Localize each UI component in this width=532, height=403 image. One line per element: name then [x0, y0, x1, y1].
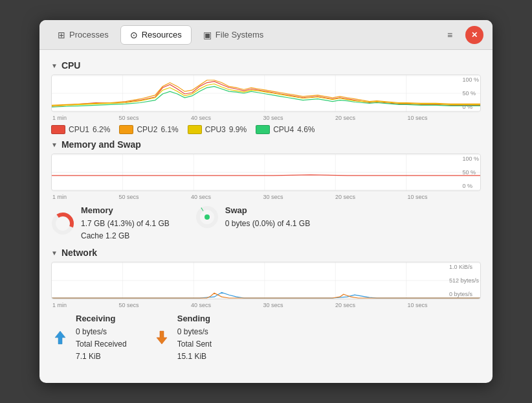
sending-arrow-icon [153, 328, 171, 347]
swap-donut [195, 205, 219, 229]
network-x-labels: 1 min 50 secs 40 secs 30 secs 20 secs 10… [51, 302, 481, 308]
cpu-collapse-arrow[interactable]: ▼ [51, 62, 58, 69]
sending-item: Sending 0 bytes/s Total Sent 15.1 KiB [153, 312, 212, 363]
hamburger-menu-button[interactable]: ≡ [441, 26, 459, 44]
memory-item: Memory 1.7 GB (41.3%) of 4.1 GB Cache 1.… [51, 204, 170, 242]
network-chart: 1.0 KiB/s 512 bytes/s 0 bytes/s [51, 262, 481, 299]
cpu3-color [188, 125, 202, 134]
sending-rate: 0 bytes/s [177, 326, 212, 338]
cpu4-legend: CPU4 4.6% [256, 125, 315, 134]
memory-section: ▼ Memory and Swap 100 % 50 % 0 % [51, 139, 481, 242]
cpu3-legend: CPU3 9.9% [188, 125, 247, 134]
titlebar: ⊞ Processes ⊙ Resources ▣ File Systems ≡… [39, 20, 493, 50]
cpu-chart: 100 % 50 % 0 % [51, 75, 481, 112]
resources-icon: ⊙ [130, 30, 138, 40]
tab-filesystems[interactable]: ▣ File Systems [194, 26, 272, 44]
receiving-label: Receiving [76, 312, 127, 326]
memory-collapse-arrow[interactable]: ▼ [51, 141, 58, 148]
network-section-header: ▼ Network [51, 248, 481, 258]
network-info: Receiving 0 bytes/s Total Received 7.1 K… [51, 312, 481, 363]
network-section: ▼ Network 1.0 KiB/s 512 bytes/s 0 bytes/… [51, 248, 481, 363]
memory-chart-svg [52, 154, 480, 190]
memory-title: Memory and Swap [61, 139, 141, 150]
memory-chart: 100 % 50 % 0 % [51, 154, 481, 191]
network-title: Network [61, 248, 97, 258]
cpu-section-header: ▼ CPU [51, 60, 481, 71]
swap-text: Swap 0 bytes (0.0%) of 4.1 GB [225, 204, 310, 230]
cpu2-color [119, 125, 133, 134]
main-window: ⊞ Processes ⊙ Resources ▣ File Systems ≡… [39, 20, 493, 383]
processes-icon: ⊞ [58, 30, 65, 40]
cpu1-color [51, 125, 65, 134]
sending-text: Sending 0 bytes/s Total Sent 15.1 KiB [177, 312, 212, 363]
memory-cache: Cache 1.2 GB [81, 230, 170, 242]
tab-resources[interactable]: ⊙ Resources [120, 25, 192, 45]
cpu-x-labels: 1 min 50 secs 40 secs 30 secs 20 secs 10… [51, 115, 481, 121]
memory-info: Memory 1.7 GB (41.3%) of 4.1 GB Cache 1.… [51, 204, 481, 242]
svg-point-20 [205, 214, 210, 220]
swap-label: Swap [225, 204, 310, 218]
memory-y-labels: 100 % 50 % 0 % [462, 154, 479, 190]
memory-label: Memory [81, 204, 170, 218]
cpu-legend: CPU1 6.2% CPU2 6.1% CPU3 9.9% CPU4 4.6% [51, 125, 481, 134]
tab-processes[interactable]: ⊞ Processes [49, 26, 118, 44]
sending-label: Sending [177, 312, 212, 326]
content-area: ▼ CPU 100 % 50 % 0 % [39, 50, 493, 383]
svg-marker-30 [157, 331, 167, 344]
total-received-label: Total Received [76, 338, 127, 351]
swap-item: Swap 0 bytes (0.0%) of 4.1 GB [195, 204, 310, 230]
close-button[interactable]: ✕ [465, 26, 483, 44]
cpu-section: ▼ CPU 100 % 50 % 0 % [51, 60, 481, 134]
memory-value: 1.7 GB (41.3%) of 4.1 GB [81, 218, 170, 230]
network-collapse-arrow[interactable]: ▼ [51, 249, 58, 257]
total-sent-value: 15.1 KiB [177, 351, 212, 363]
cpu4-color [256, 125, 270, 134]
cpu-title: CPU [61, 60, 81, 71]
window-controls: ≡ ✕ [441, 26, 483, 44]
receiving-rate: 0 bytes/s [76, 326, 127, 338]
total-received-value: 7.1 KiB [76, 351, 127, 363]
cpu-chart-svg [52, 75, 480, 111]
total-sent-label: Total Sent [177, 338, 212, 351]
svg-marker-29 [55, 331, 65, 344]
receiving-text: Receiving 0 bytes/s Total Received 7.1 K… [76, 312, 127, 363]
swap-value: 0 bytes (0.0%) of 4.1 GB [225, 218, 310, 230]
cpu-y-labels: 100 % 50 % 0 % [462, 75, 479, 111]
filesystems-icon: ▣ [203, 30, 212, 40]
memory-text: Memory 1.7 GB (41.3%) of 4.1 GB Cache 1.… [81, 204, 170, 242]
receiving-arrow-icon [51, 328, 69, 347]
receiving-item: Receiving 0 bytes/s Total Received 7.1 K… [51, 312, 127, 363]
cpu2-legend: CPU2 6.1% [119, 125, 178, 134]
network-chart-svg [52, 262, 480, 299]
cpu1-legend: CPU1 6.2% [51, 125, 110, 134]
memory-x-labels: 1 min 50 secs 40 secs 30 secs 20 secs 10… [51, 194, 481, 200]
memory-donut [51, 212, 74, 235]
network-y-labels: 1.0 KiB/s 512 bytes/s 0 bytes/s [449, 262, 479, 299]
memory-section-header: ▼ Memory and Swap [51, 139, 481, 150]
tab-bar: ⊞ Processes ⊙ Resources ▣ File Systems [49, 25, 272, 45]
